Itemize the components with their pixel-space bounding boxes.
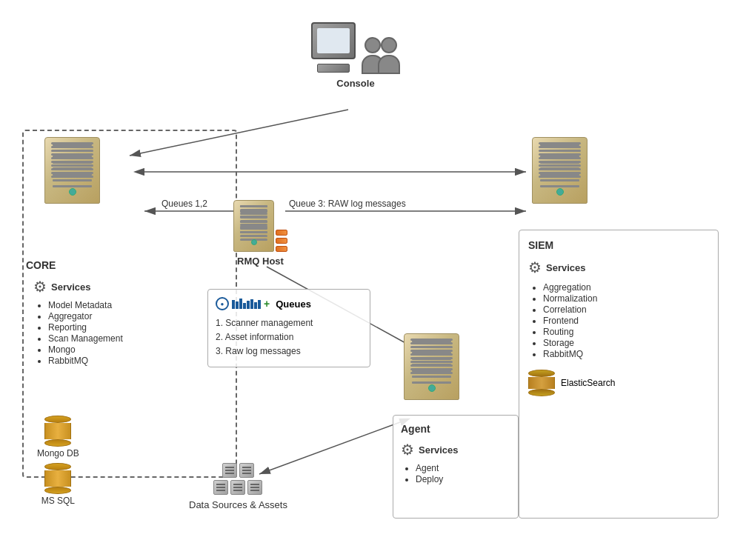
datasources-node: Data Sources & Assets	[189, 463, 287, 510]
queues-items: 1. Scanner management 2. Asset informati…	[216, 316, 362, 359]
datasrc-box-5	[247, 480, 262, 495]
queues-icon: ● +	[216, 297, 270, 310]
agent-server-body	[404, 333, 459, 400]
keyboard-icon	[317, 64, 350, 73]
siem-service-6: Storage	[543, 338, 709, 348]
queues-info-box: ● + Queues 1. Scanner management 2. Asse…	[207, 289, 370, 367]
queue-circle-icon: ●	[216, 297, 229, 310]
siem-service-4: Frontend	[543, 316, 709, 326]
console-label: Console	[336, 78, 374, 89]
core-server-body	[44, 137, 100, 204]
console-node: Console	[311, 22, 400, 89]
siem-service-2: Normalization	[543, 293, 709, 304]
datasources-label: Data Sources & Assets	[189, 499, 287, 510]
siem-service-1: Aggregation	[543, 282, 709, 293]
core-services-list: Model Metadata Aggregator Reporting Scan…	[33, 300, 123, 366]
agent-box: Agent ⚙ Services Agent Deploy	[393, 415, 519, 519]
agent-server	[404, 333, 459, 400]
monitor-screen	[317, 28, 350, 53]
rmq-server-body	[233, 200, 274, 252]
queues-item-1: 1. Scanner management	[216, 316, 362, 330]
users-icon	[362, 37, 400, 74]
elasticsearch-label: ElasticSearch	[561, 378, 615, 388]
agent-service-2: Deploy	[416, 474, 510, 484]
mongodb-label: Mongo DB	[37, 448, 79, 459]
elasticsearch-section: ElasticSearch	[528, 370, 709, 396]
queue3-label: Queue 3: RAW log messages	[289, 199, 406, 209]
siem-services-list: Aggregation Normalization Correlation Fr…	[528, 282, 709, 359]
core-server	[44, 137, 100, 204]
elasticsearch-cylinder	[528, 370, 555, 396]
datasrc-box-2	[239, 463, 254, 478]
queues12-label: Queues 1,2	[162, 199, 207, 209]
mssql-cylinder: MS SQL	[37, 463, 79, 506]
monitor-icon	[311, 22, 356, 59]
siem-service-7: RabbitMQ	[543, 349, 709, 359]
siem-server	[532, 137, 587, 204]
core-service-2: Aggregator	[48, 311, 123, 321]
datasrc-bottom-row	[213, 480, 262, 495]
mongodb-cylinder: Mongo DB	[37, 416, 79, 459]
diagram: Console CORE ⚙ Services Mod	[0, 0, 729, 560]
agent-services-list: Agent Deploy	[401, 463, 510, 484]
queues-item-2: 2. Asset information	[216, 330, 362, 344]
siem-service-5: Routing	[543, 327, 709, 337]
rmq-label: RMQ Host	[237, 256, 284, 267]
queues-item-3: 3. Raw log messages	[216, 344, 362, 359]
core-services-label: Services	[51, 281, 91, 293]
datasrc-box-4	[230, 480, 245, 495]
rmq-cylinders	[276, 230, 287, 252]
datasrc-box-1	[222, 463, 237, 478]
core-services-section: ⚙ Services Model Metadata Aggregator Rep…	[33, 278, 123, 367]
queue-bars-icon	[232, 299, 261, 309]
siem-service-3: Correlation	[543, 304, 709, 315]
siem-server-dot	[556, 188, 564, 196]
siem-services-label: Services	[546, 262, 586, 273]
queue-plus-icon: +	[264, 298, 270, 310]
datasources-icon	[213, 463, 262, 495]
core-service-4: Scan Management	[48, 333, 123, 344]
datasrc-top-row	[222, 463, 254, 478]
mssql-label: MS SQL	[41, 496, 75, 506]
core-gear-icon: ⚙	[33, 278, 47, 296]
agent-services-label: Services	[419, 444, 459, 456]
console-icon	[311, 22, 400, 74]
datasrc-box-3	[213, 480, 228, 495]
core-service-6: RabbitMQ	[48, 356, 123, 366]
rmq-icon	[233, 200, 287, 252]
core-service-1: Model Metadata	[48, 300, 123, 310]
agent-service-1: Agent	[416, 463, 510, 473]
siem-title: SIEM	[528, 239, 709, 251]
queues-title: Queues	[276, 299, 311, 310]
siem-gear-icon: ⚙	[528, 259, 542, 276]
siem-server-body	[532, 137, 587, 204]
agent-title: Agent	[401, 423, 510, 435]
core-server-dot	[69, 188, 76, 196]
user-figure-2	[378, 37, 400, 74]
core-service-5: Mongo	[48, 344, 123, 355]
core-service-3: Reporting	[48, 322, 123, 333]
siem-box: SIEM ⚙ Services Aggregation Normalizatio…	[519, 230, 719, 519]
rmq-server-dot	[251, 239, 257, 245]
agent-server-dot	[428, 384, 436, 392]
agent-gear-icon: ⚙	[401, 441, 414, 459]
core-databases: Mongo DB MS SQL	[37, 411, 79, 510]
core-box-title: CORE	[26, 259, 56, 271]
rmq-server: RMQ Host	[233, 200, 287, 267]
